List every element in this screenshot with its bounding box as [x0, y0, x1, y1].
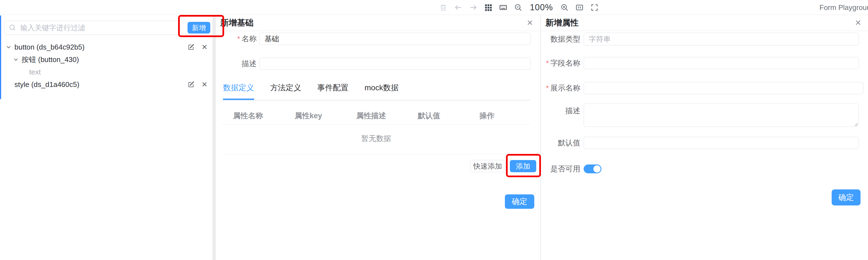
tree-row-anniu[interactable]: 按钮 (button_430): [0, 53, 213, 66]
desc-label: 描述: [541, 104, 580, 116]
scrollbar[interactable]: [213, 15, 216, 260]
add-new-button[interactable]: 新增: [188, 22, 210, 34]
trash-icon[interactable]: [439, 3, 448, 12]
required-asterisk: *: [237, 35, 240, 43]
tab-mock-data[interactable]: mock数据: [365, 82, 399, 100]
col-header: 属性名称: [233, 111, 294, 121]
enabled-toggle[interactable]: [584, 164, 601, 173]
edit-icon[interactable]: [188, 43, 195, 51]
toggle-knob: [593, 165, 600, 173]
close-icon[interactable]: ✕: [202, 43, 208, 51]
zoom-out-icon[interactable]: [514, 3, 523, 12]
display-name-input[interactable]: [584, 82, 863, 94]
required-asterisk: *: [546, 84, 549, 92]
zoom-in-icon[interactable]: [560, 3, 569, 12]
tab-data-definition[interactable]: 数据定义: [223, 82, 254, 100]
search-icon: [9, 24, 17, 32]
confirm-button[interactable]: 确定: [505, 194, 534, 209]
close-icon[interactable]: ✕: [527, 19, 533, 27]
col-header: 属性描述: [356, 111, 418, 121]
dialog-tabs: 数据定义 方法定义 事件配置 mock数据: [222, 82, 530, 101]
desc-input[interactable]: [259, 58, 531, 70]
tree-item-label: style (ds_d1a460c5): [14, 80, 79, 89]
col-header: 操作: [479, 111, 541, 121]
search-box: [4, 21, 180, 35]
required-asterisk: *: [546, 59, 549, 67]
default-value-label: 默认值: [541, 138, 580, 148]
grid-icon[interactable]: [484, 3, 493, 12]
tab-method-definition[interactable]: 方法定义: [270, 82, 301, 100]
table-divider: [222, 124, 530, 125]
undo-arrow-icon[interactable]: [454, 3, 463, 12]
top-toolbar: 100% Form Playground F: [0, 0, 868, 15]
close-icon[interactable]: ✕: [855, 19, 861, 27]
panel-accent-border: [0, 15, 1, 99]
edit-icon[interactable]: [188, 81, 195, 88]
enabled-label: 是否可用: [541, 164, 580, 174]
component-tree-panel: 新增 button (ds_b64c92b5) ✕ 按钮 (button_430…: [0, 15, 213, 260]
chevron-down-icon[interactable]: [12, 56, 20, 63]
empty-state-text: 暂无数据: [222, 134, 530, 143]
display-name-label: *展示名称: [541, 83, 580, 93]
keyboard-icon[interactable]: [499, 3, 508, 12]
search-input[interactable]: [20, 24, 176, 32]
app-title: Form Playground F: [819, 0, 868, 15]
zoom-level: 100%: [529, 2, 554, 12]
desc-label: 描述: [216, 59, 257, 69]
name-input[interactable]: [259, 33, 531, 45]
component-panel-icon[interactable]: [575, 3, 584, 12]
tree-row-button[interactable]: button (ds_b64c92b5) ✕: [0, 41, 213, 53]
quick-add-button[interactable]: 快速添加: [470, 160, 505, 172]
data-type-label: 数据类型: [541, 34, 580, 44]
dialog-title: 新增属性: [546, 17, 579, 29]
canvas-toolbar: 100%: [439, 0, 599, 15]
tree-item-label: text: [29, 68, 41, 76]
col-header: 属性key: [294, 111, 356, 121]
add-attribute-dialog: 新增属性 ✕ 数据类型 *字段名称 *展示名称 描述 默认值 是否可用 确定: [541, 15, 868, 260]
tree-item-label: 按钮 (button_430): [22, 55, 79, 65]
tree-item-label: button (ds_b64c92b5): [14, 43, 85, 51]
data-type-input[interactable]: [584, 33, 859, 45]
name-label: *名称: [216, 34, 257, 44]
redo-arrow-icon[interactable]: [469, 3, 478, 12]
tab-event-config[interactable]: 事件配置: [317, 82, 348, 100]
dialog-title: 新增基础: [220, 17, 253, 29]
fullscreen-icon[interactable]: [590, 3, 599, 12]
tree-row-text[interactable]: text: [0, 66, 213, 78]
property-table-header: 属性名称 属性key 属性描述 默认值 操作: [233, 111, 541, 121]
chevron-down-icon[interactable]: [5, 43, 12, 51]
confirm-button[interactable]: 确定: [832, 189, 861, 206]
default-value-input[interactable]: [584, 137, 859, 149]
table-divider: [222, 154, 530, 154]
add-base-dialog: 新增基础 ✕ *名称 描述 数据定义 方法定义 事件配置 mock数据 属性名称…: [216, 15, 541, 260]
dialog-header: 新增基础 ✕: [216, 15, 540, 31]
close-icon[interactable]: ✕: [202, 81, 208, 88]
dialog-header: 新增属性 ✕: [541, 15, 868, 31]
field-name-label: *字段名称: [541, 58, 580, 68]
tree-row-style[interactable]: style (ds_d1a460c5) ✕: [0, 78, 213, 90]
add-property-button[interactable]: 添加: [510, 160, 536, 172]
field-name-input[interactable]: [584, 57, 859, 69]
desc-textarea[interactable]: [584, 104, 859, 127]
col-header: 默认值: [418, 111, 479, 121]
